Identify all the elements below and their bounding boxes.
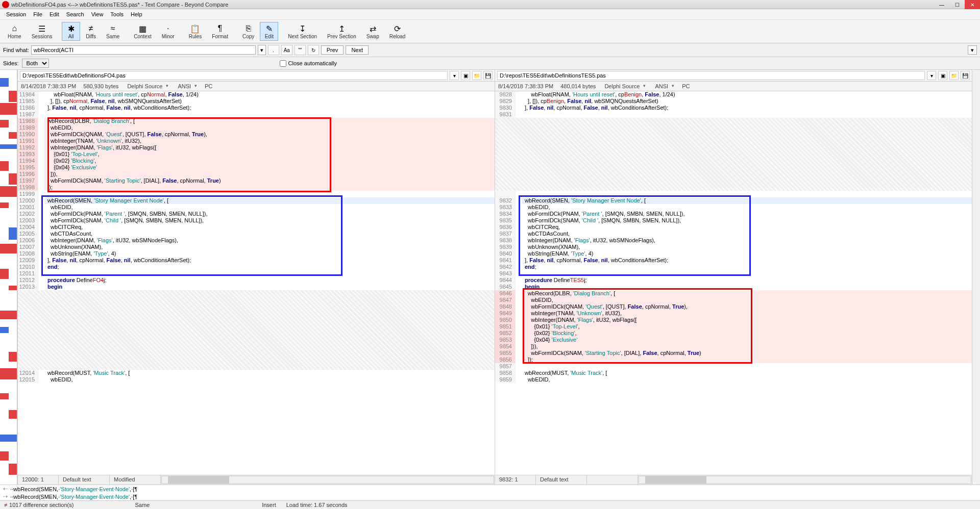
right-browse-button[interactable]: 📁 bbox=[949, 71, 959, 80]
menu-tools[interactable]: Tools bbox=[107, 10, 127, 18]
code-line[interactable]: 9837 wbCTDAsCount, bbox=[495, 231, 972, 237]
diff-thumbnail[interactable] bbox=[0, 70, 17, 485]
find-input[interactable] bbox=[31, 45, 256, 55]
minimize-button[interactable]: — bbox=[934, 0, 949, 9]
code-line[interactable]: 9843 bbox=[495, 270, 972, 277]
code-line[interactable]: 9834 wbFormIDCk(PNAM, 'Parent ', [SMQN, … bbox=[495, 211, 972, 217]
home-button[interactable]: ⌂Home bbox=[3, 22, 26, 41]
menu-file[interactable]: File bbox=[30, 10, 45, 18]
code-line[interactable]: 12000wbRecord(SMEN, 'Story Manager Event… bbox=[18, 197, 495, 204]
edit-button[interactable]: ✎Edit bbox=[260, 22, 278, 41]
code-line[interactable]: 9856 ]); bbox=[495, 357, 972, 363]
left-explore-button[interactable]: ▣ bbox=[461, 71, 470, 80]
right-explore-button[interactable]: ▣ bbox=[938, 71, 947, 80]
vertical-scrollbar[interactable] bbox=[972, 70, 980, 485]
code-line[interactable]: 11990 wbFormIDCk(QNAM, 'Quest', [QUST], … bbox=[18, 131, 495, 138]
code-line[interactable]: 9833 wbEDID, bbox=[495, 204, 972, 211]
find-word-option[interactable]: "" bbox=[295, 45, 306, 55]
code-line[interactable]: 9845begin bbox=[495, 284, 972, 290]
find-prev-button[interactable]: Prev bbox=[321, 45, 344, 55]
find-wrap-option[interactable]: ↻ bbox=[308, 45, 319, 55]
left-source-dropdown[interactable]: Delphi Source bbox=[126, 83, 169, 90]
code-line[interactable]: 9850 wbInteger(DNAM, 'Flags', itU32, wbF… bbox=[495, 317, 972, 323]
code-line[interactable]: 11999 bbox=[18, 191, 495, 197]
menu-edit[interactable]: Edit bbox=[46, 10, 62, 18]
code-line[interactable]: 9847 wbEDID, bbox=[495, 297, 972, 303]
code-line[interactable]: 12001 wbEDID, bbox=[18, 204, 495, 211]
code-line[interactable]: 9841], False, nil, cpNormal, False, nil,… bbox=[495, 257, 972, 264]
rules-button[interactable]: 📋Rules bbox=[184, 22, 207, 41]
right-source-dropdown[interactable]: Delphi Source bbox=[603, 83, 646, 90]
code-line[interactable]: 11995 {0x04} 'Exclusive' bbox=[18, 164, 495, 171]
code-line[interactable]: 11992 wbInteger(DNAM, 'Flags', itU32, wb… bbox=[18, 144, 495, 151]
find-case-option[interactable]: Aa bbox=[281, 45, 292, 55]
right-hscroll[interactable] bbox=[639, 476, 971, 484]
right-path-dropdown[interactable]: ▾ bbox=[927, 71, 936, 80]
find-regex-option[interactable]: . bbox=[268, 45, 279, 55]
code-line[interactable]: 12014wbRecord(MUST, 'Music Track', [ bbox=[18, 370, 495, 376]
code-line[interactable]: 11993 {0x01} 'Top-Level', bbox=[18, 151, 495, 158]
code-line[interactable]: 12006 wbInteger(DNAM, 'Flags', itU32, wb… bbox=[18, 237, 495, 244]
code-line[interactable]: 9853 {0x04} 'Exclusive' bbox=[495, 337, 972, 343]
code-line[interactable]: 9839 wbUnknown(XNAM), bbox=[495, 244, 972, 250]
diffs-button[interactable]: ≠Diffs bbox=[81, 22, 101, 41]
code-line[interactable]: 9846 wbRecord(DLBR, 'Dialog Branch', [ bbox=[495, 290, 972, 297]
code-line[interactable]: 11996 ])), bbox=[18, 171, 495, 177]
left-path-dropdown[interactable]: ▾ bbox=[450, 71, 459, 80]
close-button[interactable]: ✕ bbox=[965, 0, 980, 9]
swap-button[interactable]: ⇄Swap bbox=[362, 22, 384, 41]
code-line[interactable]: 12009], False, nil, cpNormal, False, nil… bbox=[18, 257, 495, 264]
code-line[interactable]: 12015 wbEDID, bbox=[18, 376, 495, 383]
code-line[interactable]: 9851 {0x01} 'Top-Level', bbox=[495, 323, 972, 330]
minor-button[interactable]: ·Minor bbox=[157, 22, 179, 41]
code-line[interactable]: 9849 wbInteger(TNAM, 'Unknown', itU32), bbox=[495, 310, 972, 317]
format-button[interactable]: ¶Format bbox=[207, 22, 233, 41]
code-line[interactable]: 9832wbRecord(SMEN, 'Story Manager Event … bbox=[495, 197, 972, 204]
find-expand-button[interactable]: ▾ bbox=[968, 45, 977, 55]
code-line[interactable]: 12010end; bbox=[18, 264, 495, 270]
find-dropdown[interactable]: ▾ bbox=[258, 45, 266, 55]
code-line[interactable]: 12004 wbCITCReq, bbox=[18, 224, 495, 231]
code-line[interactable]: 9831 bbox=[495, 111, 972, 118]
code-line[interactable]: 12007 wbUnknown(XNAM), bbox=[18, 244, 495, 250]
code-line[interactable]: 12005 wbCTDAsCount, bbox=[18, 231, 495, 237]
right-code-view[interactable]: 9828 wbFloat(RNAM, 'Hours until reset', … bbox=[495, 91, 972, 475]
code-line[interactable]: 12011 bbox=[18, 270, 495, 277]
right-save-button[interactable]: 💾 bbox=[961, 71, 970, 80]
code-line[interactable]: 12002 wbFormIDCk(PNAM, 'Parent ', [SMQN,… bbox=[18, 211, 495, 217]
context-button[interactable]: ▦Context bbox=[129, 22, 156, 41]
code-line[interactable]: 11984 wbFloat(RNAM, 'Hours until reset',… bbox=[18, 91, 495, 98]
code-line[interactable]: 9855 wbFormIDCk(SNAM, 'Starting Topic', … bbox=[495, 350, 972, 357]
left-path-input[interactable] bbox=[20, 71, 448, 80]
left-code-view[interactable]: 11984 wbFloat(RNAM, 'Hours until reset',… bbox=[18, 91, 495, 475]
code-line[interactable]: 9858wbRecord(MUST, 'Music Track', [ bbox=[495, 370, 972, 376]
code-line[interactable]: 11989 wbEDID, bbox=[18, 124, 495, 131]
code-line[interactable]: 9852 {0x02} 'Blocking', bbox=[495, 330, 972, 337]
code-line[interactable]: 9836 wbCITCReq, bbox=[495, 224, 972, 231]
right-path-input[interactable] bbox=[497, 71, 925, 80]
sessions-button[interactable]: ☰Sessions bbox=[27, 22, 57, 41]
find-next-button[interactable]: Next bbox=[346, 45, 369, 55]
menu-session[interactable]: Session bbox=[3, 10, 29, 18]
code-line[interactable]: 9848 wbFormIDCk(QNAM, 'Quest', [QUST], F… bbox=[495, 303, 972, 310]
prev-button[interactable]: ↥Prev Section bbox=[323, 22, 361, 41]
copy-button[interactable]: ⎘Copy bbox=[238, 22, 259, 41]
maximize-button[interactable]: ☐ bbox=[949, 0, 965, 9]
code-line[interactable]: 11994 {0x02} 'Blocking', bbox=[18, 158, 495, 164]
code-line[interactable]: 9828 wbFloat(RNAM, 'Hours until reset', … bbox=[495, 91, 972, 98]
left-save-button[interactable]: 💾 bbox=[483, 71, 493, 80]
code-line[interactable]: 11997 wbFormIDCk(SNAM, 'Starting Topic',… bbox=[18, 177, 495, 184]
menu-view[interactable]: View bbox=[88, 10, 107, 18]
code-line[interactable]: 9830], False, nil, cpNormal, False, nil,… bbox=[495, 105, 972, 111]
close-auto-checkbox[interactable] bbox=[280, 60, 286, 67]
code-line[interactable]: 11985 ], []), cpNormal, False, nil, wbSM… bbox=[18, 98, 495, 105]
code-line[interactable]: 9842end; bbox=[495, 264, 972, 270]
code-line[interactable]: 9857 bbox=[495, 363, 972, 370]
code-line[interactable]: 9854 ])), bbox=[495, 343, 972, 350]
reload-button[interactable]: ⟳Reload bbox=[385, 22, 410, 41]
left-browse-button[interactable]: 📁 bbox=[472, 71, 481, 80]
code-line[interactable]: 9838 wbInteger(DNAM, 'Flags', itU32, wbS… bbox=[495, 237, 972, 244]
code-line[interactable]: 11988wbRecord(DLBR, 'Dialog Branch', [ bbox=[18, 118, 495, 124]
next-button[interactable]: ↧Next Section bbox=[283, 22, 322, 41]
code-line[interactable]: 9829 ], []), cpBenign, False, nil, wbSMQ… bbox=[495, 98, 972, 105]
